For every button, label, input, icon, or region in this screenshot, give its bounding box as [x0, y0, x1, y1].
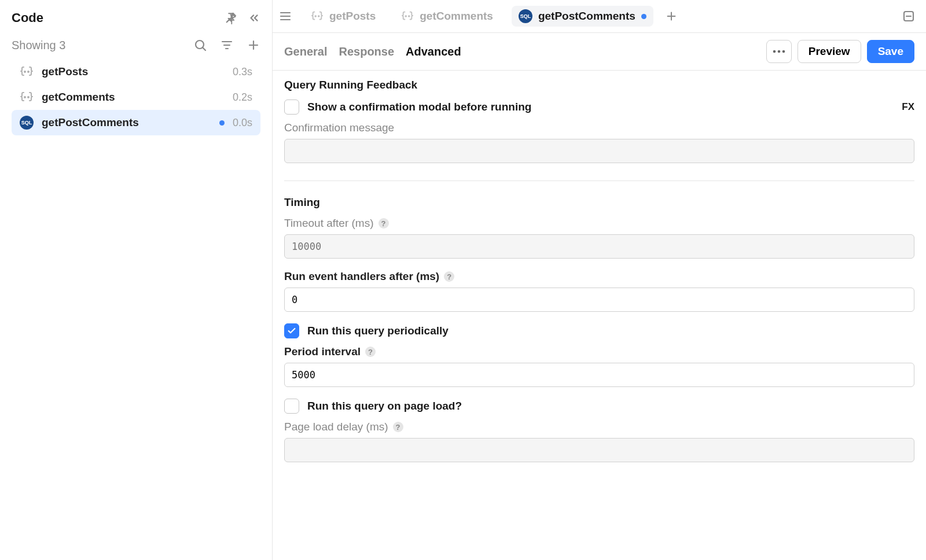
svg-point-15 — [315, 16, 316, 17]
tab-label: getComments — [420, 10, 493, 23]
preview-button[interactable]: Preview — [798, 40, 861, 63]
tab-getposts[interactable]: getPosts — [304, 6, 383, 26]
confirm-msg-label: Confirmation message — [284, 121, 914, 134]
query-item-getpostcomments[interactable]: SQL getPostComments 0.0s — [12, 110, 260, 135]
timeout-input[interactable] — [284, 234, 914, 259]
svg-point-11 — [28, 97, 29, 98]
sidebar-header-actions — [225, 12, 260, 24]
subtab-general[interactable]: General — [284, 45, 327, 58]
sidebar-subheader: Showing 3 — [0, 34, 272, 59]
timeout-label: Timeout after (ms) ? — [284, 217, 914, 230]
collapse-sidebar-icon[interactable] — [248, 12, 260, 24]
help-icon[interactable]: ? — [365, 347, 376, 357]
subtab-actions: Preview Save — [766, 40, 914, 63]
query-item-time: 0.2s — [233, 91, 252, 104]
tab-label: getPostComments — [538, 10, 635, 23]
pin-icon[interactable] — [225, 12, 237, 24]
js-icon — [20, 65, 34, 79]
sidebar-subheader-actions — [193, 38, 260, 52]
main-panel: getPosts getComments SQL getPostComments — [273, 0, 926, 560]
pageload-checkbox[interactable] — [284, 399, 299, 414]
advanced-settings-content: Query Running Feedback Show a confirmati… — [273, 71, 926, 485]
show-confirm-label: Show a confirmation modal before running — [307, 101, 531, 113]
svg-point-18 — [409, 16, 410, 17]
svg-point-10 — [24, 97, 25, 98]
showing-count: Showing 3 — [12, 39, 65, 52]
periodic-row: Run this query periodically — [284, 323, 914, 338]
svg-point-16 — [318, 16, 319, 17]
sql-icon: SQL — [519, 9, 532, 23]
js-icon — [20, 90, 34, 104]
query-list: getPosts 0.3s getComments 0.2s SQL getPo… — [0, 59, 272, 135]
svg-point-23 — [773, 50, 776, 53]
svg-point-9 — [28, 71, 29, 72]
minimize-panel-icon[interactable] — [902, 9, 916, 23]
unsaved-dot-icon — [219, 120, 225, 126]
sql-icon: SQL — [20, 116, 34, 130]
svg-point-24 — [777, 50, 780, 53]
handlers-input[interactable] — [284, 288, 914, 312]
unsaved-dot-icon — [641, 14, 646, 19]
pageload-label: Run this query on page load? — [307, 400, 462, 412]
editor-tabbar: getPosts getComments SQL getPostComments — [273, 0, 926, 33]
interval-input[interactable] — [284, 363, 914, 387]
sidebar-title: Code — [12, 10, 43, 25]
subtab-response[interactable]: Response — [339, 45, 394, 58]
query-item-getposts[interactable]: getPosts 0.3s — [12, 59, 260, 84]
filter-icon[interactable] — [220, 38, 234, 52]
svg-line-2 — [203, 47, 205, 50]
menu-icon[interactable] — [278, 9, 292, 23]
subtabs: General Response Advanced — [284, 45, 461, 58]
sidebar-header: Code — [0, 6, 272, 34]
pageload-row: Run this query on page load? — [284, 399, 914, 414]
js-icon — [401, 10, 414, 23]
tab-label: getPosts — [329, 10, 376, 23]
confirm-msg-input[interactable] — [284, 139, 914, 163]
periodic-checkbox[interactable] — [284, 323, 299, 338]
svg-point-25 — [782, 50, 785, 53]
section-title-qrf: Query Running Feedback — [284, 79, 914, 91]
divider — [284, 180, 914, 181]
show-confirm-row: Show a confirmation modal before running… — [284, 100, 914, 115]
help-icon[interactable]: ? — [379, 218, 389, 229]
query-item-label: getPostComments — [42, 116, 214, 129]
subtab-advanced[interactable]: Advanced — [406, 45, 461, 58]
help-icon[interactable]: ? — [393, 422, 403, 432]
svg-point-8 — [24, 71, 25, 72]
tab-getpostcomments[interactable]: SQL getPostComments — [512, 6, 653, 27]
fx-toggle[interactable]: FX — [902, 101, 914, 113]
save-button[interactable]: Save — [867, 40, 914, 63]
section-title-timing: Timing — [284, 196, 914, 209]
pageload-delay-input[interactable] — [284, 438, 914, 462]
tab-getcomments[interactable]: getComments — [394, 6, 500, 26]
interval-label: Period interval ? — [284, 345, 914, 358]
help-icon[interactable]: ? — [444, 271, 454, 282]
svg-line-0 — [227, 20, 230, 23]
add-query-icon[interactable] — [247, 38, 260, 52]
query-item-time: 0.3s — [233, 66, 252, 78]
search-icon[interactable] — [193, 38, 207, 52]
show-confirm-checkbox[interactable] — [284, 100, 299, 115]
sidebar: Code Showing 3 — [0, 0, 273, 560]
periodic-label: Run this query periodically — [307, 325, 449, 337]
query-item-label: getComments — [42, 91, 225, 104]
handlers-label: Run event handlers after (ms) ? — [284, 270, 914, 283]
svg-point-17 — [406, 16, 407, 17]
js-icon — [311, 10, 324, 23]
query-item-time: 0.0s — [233, 117, 252, 129]
add-tab-icon[interactable] — [665, 10, 678, 23]
query-item-label: getPosts — [42, 65, 225, 78]
query-subtabbar: General Response Advanced Preview Save — [273, 33, 926, 71]
pageload-delay-label: Page load delay (ms) ? — [284, 421, 914, 433]
query-item-getcomments[interactable]: getComments 0.2s — [12, 84, 260, 110]
more-menu-button[interactable] — [766, 40, 792, 63]
